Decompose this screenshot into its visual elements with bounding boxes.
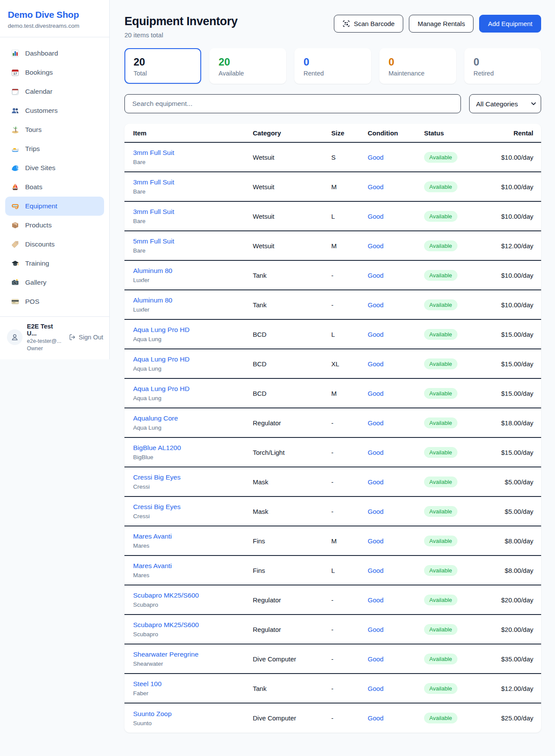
cell-condition: Good	[368, 231, 424, 260]
condition-link[interactable]: Good	[368, 537, 384, 545]
brand-name[interactable]: Demo Dive Shop	[8, 10, 101, 20]
condition-link[interactable]: Good	[368, 596, 384, 604]
sign-out-button[interactable]: Sign Out	[69, 334, 103, 341]
item-link[interactable]: Suunto Zoop	[133, 710, 253, 718]
item-link[interactable]: 5mm Full Suit	[133, 237, 253, 245]
cell-rental: $25.00/day	[489, 703, 541, 733]
condition-link[interactable]: Good	[368, 478, 384, 486]
stat-card-total[interactable]: 20Total	[124, 48, 201, 84]
sidebar-item-customers[interactable]: Customers	[5, 101, 104, 120]
table-row: 3mm Full SuitBareWetsuitLGoodAvailable$1…	[124, 201, 541, 231]
condition-link[interactable]: Good	[368, 331, 384, 338]
item-link[interactable]: Aluminum 80	[133, 296, 253, 304]
condition-link[interactable]: Good	[368, 714, 384, 722]
stat-card-maintenance[interactable]: 0Maintenance	[379, 48, 456, 84]
condition-link[interactable]: Good	[368, 183, 384, 191]
item-link[interactable]: Scubapro MK25/S600	[133, 592, 253, 599]
item-link[interactable]: 3mm Full Suit	[133, 178, 253, 186]
table-row: Aqualung CoreAqua LungRegulator-GoodAvai…	[124, 408, 541, 437]
sidebar-item-boats[interactable]: Boats	[5, 177, 104, 197]
sidebar-item-dive-sites[interactable]: Dive Sites	[5, 158, 104, 177]
cell-status: Available	[424, 201, 489, 231]
scan-barcode-button[interactable]: Scan Barcode	[334, 15, 403, 33]
cell-rental: $8.00/day	[489, 526, 541, 555]
condition-link[interactable]: Good	[368, 242, 384, 250]
cell-category: Wetsuit	[253, 172, 331, 201]
cell-status: Available	[424, 142, 489, 172]
stat-card-retired[interactable]: 0Retired	[464, 48, 541, 84]
item-link[interactable]: Aqua Lung Pro HD	[133, 326, 253, 334]
user-role: Owner	[27, 345, 65, 352]
item-link[interactable]: Aqua Lung Pro HD	[133, 385, 253, 393]
condition-link[interactable]: Good	[368, 419, 384, 427]
sidebar-item-products[interactable]: Products	[5, 216, 104, 235]
item-link[interactable]: 3mm Full Suit	[133, 149, 253, 157]
table-row: 3mm Full SuitBareWetsuitSGoodAvailable$1…	[124, 142, 541, 172]
status-badge: Available	[424, 506, 457, 517]
sidebar-item-gallery[interactable]: Gallery	[5, 273, 104, 292]
main-content: Equipment Inventory 20 items total Scan …	[110, 0, 555, 733]
condition-link[interactable]: Good	[368, 626, 384, 633]
sidebar-item-label: POS	[25, 298, 39, 306]
item-link[interactable]: Aluminum 80	[133, 267, 253, 275]
condition-link[interactable]: Good	[368, 154, 384, 161]
table-row: Aluminum 80LuxferTank-GoodAvailable$10.0…	[124, 290, 541, 319]
sidebar-item-tours[interactable]: Tours	[5, 120, 104, 139]
search-input[interactable]	[124, 94, 461, 113]
status-badge: Available	[424, 270, 457, 281]
condition-link[interactable]: Good	[368, 508, 384, 515]
item-link[interactable]: Steel 100	[133, 680, 253, 688]
sidebar-item-training[interactable]: Training	[5, 254, 104, 273]
graduation-cap-icon	[11, 260, 19, 267]
item-link[interactable]: Cressi Big Eyes	[133, 473, 253, 481]
sidebar-item-label: Calendar	[25, 88, 52, 95]
condition-link[interactable]: Good	[368, 655, 384, 663]
condition-link[interactable]: Good	[368, 449, 384, 456]
item-link[interactable]: 3mm Full Suit	[133, 208, 253, 216]
stat-card-rented[interactable]: 0Rented	[294, 48, 371, 84]
category-select[interactable]: All Categories	[469, 94, 541, 113]
item-link[interactable]: Mares Avanti	[133, 562, 253, 570]
cell-status: Available	[424, 674, 489, 703]
cell-category: Torch/Light	[253, 437, 331, 467]
sidebar-item-dashboard[interactable]: Dashboard	[5, 44, 104, 63]
item-link[interactable]: Aqua Lung Pro HD	[133, 355, 253, 363]
sidebar-item-bookings[interactable]: 17Bookings	[5, 63, 104, 82]
stat-card-available[interactable]: 20Available	[209, 48, 286, 84]
status-badge: Available	[424, 713, 457, 723]
sidebar-item-calendar[interactable]: Calendar	[5, 82, 104, 101]
stat-value: 0	[473, 56, 532, 68]
condition-link[interactable]: Good	[368, 213, 384, 220]
sidebar-item-discounts[interactable]: Discounts	[5, 235, 104, 254]
cell-category: Wetsuit	[253, 142, 331, 172]
item-link[interactable]: Cressi Big Eyes	[133, 503, 253, 511]
condition-link[interactable]: Good	[368, 360, 384, 368]
palm-island-icon	[11, 126, 19, 134]
sidebar-item-equipment[interactable]: Equipment	[5, 197, 104, 216]
item-link[interactable]: BigBlue AL1200	[133, 444, 253, 452]
sidebar-nav: Dashboard17BookingsCalendarCustomersTour…	[0, 37, 109, 316]
cell-status: Available	[424, 496, 489, 526]
bar-chart-icon	[11, 49, 19, 57]
item-link[interactable]: Mares Avanti	[133, 532, 253, 540]
manage-rentals-label: Manage Rentals	[418, 20, 465, 27]
cell-category: Wetsuit	[253, 231, 331, 260]
condition-link[interactable]: Good	[368, 567, 384, 574]
table-header-row: Item Category Size Condition Status Rent…	[124, 124, 541, 142]
item-link[interactable]: Shearwater Peregrine	[133, 651, 253, 658]
condition-link[interactable]: Good	[368, 685, 384, 692]
add-equipment-button[interactable]: Add Equipment	[479, 15, 541, 33]
table-row: Scubapro MK25/S600ScubaproRegulator-Good…	[124, 615, 541, 644]
condition-link[interactable]: Good	[368, 301, 384, 309]
item-brand: Bare	[133, 247, 253, 254]
condition-link[interactable]: Good	[368, 272, 384, 279]
sidebar-item-pos[interactable]: POS	[5, 292, 104, 311]
cell-item: Cressi Big EyesCressi	[124, 467, 253, 496]
stat-value: 0	[388, 56, 447, 68]
manage-rentals-button[interactable]: Manage Rentals	[409, 15, 473, 33]
scan-barcode-icon	[343, 20, 350, 27]
item-link[interactable]: Scubapro MK25/S600	[133, 621, 253, 629]
sidebar-item-trips[interactable]: Trips	[5, 139, 104, 158]
condition-link[interactable]: Good	[368, 390, 384, 397]
item-link[interactable]: Aqualung Core	[133, 414, 253, 422]
